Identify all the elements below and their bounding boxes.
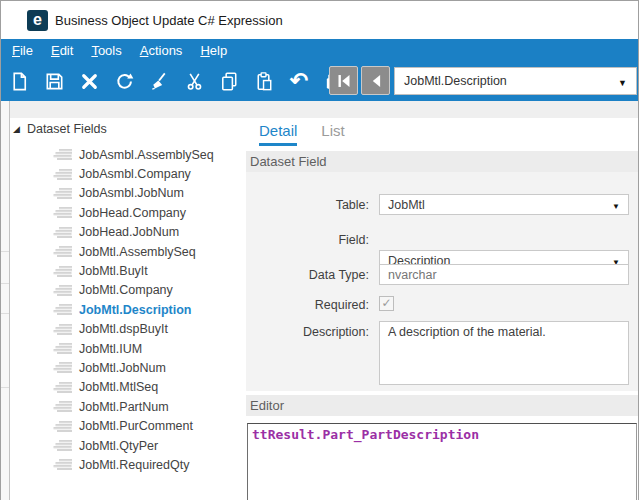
refresh-button[interactable] [112,69,136,93]
save-button[interactable] [42,69,66,93]
field-icon [53,381,73,394]
field-icon [53,265,73,278]
broom-icon [148,70,171,93]
expression-code: ttResult.Part_PartDescription [252,427,632,442]
field-selector-combobox[interactable]: JobMtl.Description ▼ [394,67,637,95]
menu-actions[interactable]: Actions [131,43,192,58]
divider [1,313,9,314]
expression-editor[interactable]: ttResult.Part_PartDescription [247,423,637,500]
content-top-band [1,101,638,118]
menu-bar: FileEditToolsActionsHelp [1,39,638,62]
new-document-icon [8,70,31,93]
tree-item[interactable]: JobMtl.MtlSeq [53,378,214,397]
undo-button[interactable]: ↶ [287,69,311,93]
field-icon [53,284,73,297]
tree-item[interactable]: JobAsmbl.Company [53,164,214,183]
title-bar: e Business Object Update C# Expression [1,1,638,39]
description-textarea[interactable]: A description of the material. [379,321,629,385]
window-title: Business Object Update C# Expression [55,13,283,28]
tree-root-node[interactable]: ◢ Dataset Fields [13,122,107,136]
tree-item[interactable]: JobMtl.IUM [53,339,214,358]
field-icon [53,303,73,316]
required-checkbox: ✓ [379,296,394,311]
menu-tools[interactable]: Tools [82,43,130,58]
save-icon [43,70,66,93]
tree-items: JobAsmbl.AssemblySeqJobAsmbl.CompanyJobA… [53,145,214,475]
field-icon [53,206,73,219]
data-type-value: nvarchar [388,268,437,282]
delete-x-icon [78,70,101,93]
field-icon [53,148,73,161]
field-icon [53,323,73,336]
dataset-field-group-header: Dataset Field [246,151,639,172]
new-button[interactable] [7,69,31,93]
menu-edit[interactable]: Edit [42,43,82,58]
dialog-window: e Business Object Update C# Expression F… [0,0,639,500]
field-icon [53,245,73,258]
paste-button[interactable] [252,69,276,93]
divider [1,283,9,284]
field-selector-value: JobMtl.Description [404,74,507,88]
field-icon [53,458,73,471]
required-label: Required: [246,298,369,312]
field-icon [53,187,73,200]
description-value: A description of the material. [388,325,546,339]
delete-button[interactable] [77,69,101,93]
tree-item[interactable]: JobMtl.Company [53,281,214,300]
tree-item[interactable]: JobMtl.PurComment [53,416,214,435]
field-icon [53,226,73,239]
tree-item[interactable]: JobAsmbl.AssemblySeq [53,145,214,164]
previous-record-button[interactable] [361,66,390,95]
field-icon [53,420,73,433]
tree-item[interactable]: JobMtl.dspBuyIt [53,320,214,339]
field-icon [53,342,73,355]
detail-panel: Detail List Dataset Field Table: JobMtl … [246,118,639,500]
menu-file[interactable]: File [3,43,42,58]
toolbar-icons: ↶ [7,66,346,96]
field-icon [53,168,73,181]
table-combobox[interactable]: JobMtl ▼ [379,194,629,215]
data-type-label: Data Type: [246,268,369,282]
description-label: Description: [246,325,369,339]
tree-item[interactable]: JobAsmbl.JobNum [53,184,214,203]
tab-detail[interactable]: Detail [259,122,297,146]
toolbar: ↶ JobMtl.Description ▼ [1,62,638,101]
editor-group-header: Editor [246,395,639,416]
tree-item[interactable]: JobMtl.PartNum [53,397,214,416]
data-type-textbox: nvarchar [379,264,629,285]
first-record-button[interactable] [329,66,358,95]
field-icon [53,361,73,374]
copy-button[interactable] [217,69,241,93]
tree-item[interactable]: JobMtl.AssemblySeq [53,242,214,261]
first-record-icon [333,70,355,92]
tree-item[interactable]: JobHead.Company [53,203,214,222]
background-window-edge: t [1,101,10,500]
tree-item[interactable]: JobHead.JobNum [53,223,214,242]
clear-button[interactable] [147,69,171,93]
tree-item[interactable]: JobMtl.Description [53,300,214,319]
refresh-icon [113,70,136,93]
tab-list[interactable]: List [321,122,344,146]
divider [1,387,9,388]
tree-item[interactable]: JobMtl.RequiredQty [53,455,214,474]
undo-icon: ↶ [290,70,308,92]
field-icon [53,439,73,452]
chevron-down-icon: ▼ [618,78,627,88]
chevron-down-icon: ▼ [612,202,620,211]
dataset-fields-tree: ◢ Dataset Fields JobAsmbl.AssemblySeqJob… [11,118,241,500]
menu-help[interactable]: Help [191,43,236,58]
tree-item[interactable]: JobMtl.JobNum [53,358,214,377]
epicor-logo-icon: e [27,10,48,31]
table-label: Table: [246,198,369,212]
tree-item[interactable]: JobMtl.QtyPer [53,436,214,455]
previous-record-icon [365,70,387,92]
paste-clipboard-icon [253,70,276,93]
tree-expanded-icon: ◢ [13,125,20,134]
copy-icon [218,70,241,93]
tree-root-label: Dataset Fields [27,122,107,136]
tree-item[interactable]: JobMtl.BuyIt [53,261,214,280]
cut-button[interactable] [182,69,206,93]
tab-strip: Detail List [259,122,345,146]
table-value: JobMtl [388,198,425,212]
check-icon: ✓ [381,296,391,310]
